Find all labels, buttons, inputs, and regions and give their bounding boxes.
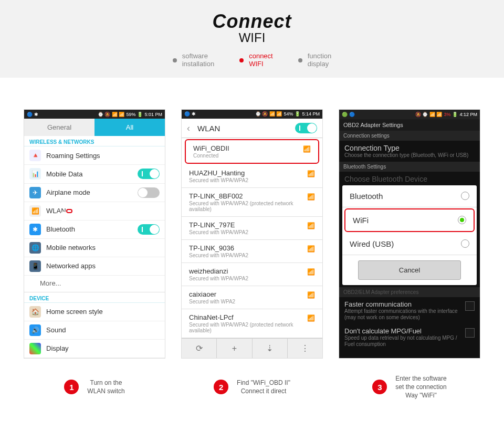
status-bar: 🔵 ✱ ⌚ 🔕 📶 📶 59%🔋 5:01 PM (24, 110, 165, 119)
checkbox-icon[interactable] (465, 328, 475, 338)
mobile-data-toggle[interactable] (138, 169, 160, 179)
section-wireless: WIRELESS & NETWORKS (24, 136, 165, 146)
nav-item-software[interactable]: softwareinstallation (173, 52, 214, 68)
network-sub: Secured with WPA/WPA2 (protected network… (189, 322, 315, 333)
network-sub: Secured with WPA/WPA2 (189, 177, 315, 183)
nav-item-connect[interactable]: connectWIFI (239, 52, 273, 68)
title-sub: WIFI (0, 30, 504, 45)
network-name: TP-LINK_9036 (189, 244, 315, 252)
checkbox-icon[interactable] (465, 301, 475, 311)
row-mobile-networks[interactable]: 🌐Mobile networks (24, 239, 165, 257)
radio-icon (461, 192, 469, 200)
nav-label: connectWIFI (249, 52, 273, 68)
network-name: TP-LINK_797E (189, 221, 315, 229)
bottom-toolbar: ⟳ + ⇣ ⋮ (182, 338, 322, 358)
network-name: TP-LINK_8BF002 (189, 192, 315, 200)
wlan-title: WLAN (197, 124, 220, 133)
row-sound[interactable]: 🔊Sound (24, 321, 165, 340)
row-label: Mobile networks (46, 244, 96, 251)
roaming-icon: 🔺 (29, 150, 41, 161)
connection-type-label[interactable]: Connection Type (339, 141, 480, 152)
phone-wlan: 🔵 ✱ ⌚ 🔕 📶 📶 54%🔋 5:14 PM ‹ WLAN WiFi_OBD… (181, 109, 323, 359)
row-faster-comm[interactable]: Faster communication Attempt faster comm… (339, 297, 480, 324)
caption-3: 3 Enter the software set the connection … (339, 374, 480, 400)
row-label: Mobile Data (46, 170, 82, 178)
back-icon[interactable]: ‹ (187, 123, 190, 134)
choose-bt-device: Choose Bluetooth Device (339, 172, 480, 183)
option-label: Wired (USB) (350, 239, 394, 248)
wifi-icon: 📶 (307, 222, 315, 229)
wlan-highlight (66, 209, 72, 213)
step-number-icon: 1 (64, 380, 79, 394)
airplane-toggle[interactable] (138, 187, 160, 198)
sound-icon: 🔊 (29, 324, 41, 336)
screens-container: 🔵 ✱ ⌚ 🔕 📶 📶 59%🔋 5:01 PM General All WIR… (0, 78, 504, 369)
network-sub: Secured with WPA/WPA2 (189, 229, 315, 235)
network-name: HUAZHU_Hanting (189, 169, 315, 177)
nav-label: functiondisplay (308, 52, 332, 68)
radio-icon (458, 216, 466, 224)
row-more[interactable]: More... (24, 276, 165, 291)
row-label: Airplane mode (46, 188, 90, 196)
section-adapter-pref: OBD2/ELM Adapter preferences (339, 287, 480, 297)
dialog-option-wired[interactable]: Wired (USB) (342, 233, 477, 255)
status-icons-right: ⌚ 🔕 📶 📶 54%🔋 5:14 PM (255, 111, 320, 117)
section-device: DEVICE (24, 292, 165, 303)
nav-dots: softwareinstallation connectWIFI functio… (0, 52, 504, 68)
faster-desc: Attempt faster communications with the i… (344, 308, 461, 321)
phone-settings: 🔵 ✱ ⌚ 🔕 📶 📶 59%🔋 5:01 PM General All WIR… (24, 109, 165, 359)
network-row[interactable]: ChinaNet-LPcfSecured with WPA/WPA2 (prot… (182, 309, 322, 338)
network-row[interactable]: TP-LINK_9036Secured with WPA/WPA2📶 (182, 240, 322, 263)
network-row[interactable]: TP-LINK_797ESecured with WPA/WPA2📶 (182, 217, 322, 240)
row-label: Display (46, 344, 69, 352)
caption-1: 1 Turn on the WLAN switch (24, 374, 165, 400)
row-mobile-data[interactable]: 📊Mobile Data (24, 165, 165, 183)
row-wlan[interactable]: 📶WLAN (24, 202, 165, 220)
network-row-obdii[interactable]: WiFi_OBDIIConnected📶 (185, 139, 319, 164)
tabs-row: General All (24, 119, 165, 136)
refresh-icon[interactable]: ⟳ (182, 339, 217, 358)
wifi-icon: 📶 (307, 314, 315, 322)
option-label: WiFi (353, 216, 369, 225)
section-connection-settings: Connection settings (339, 131, 480, 141)
status-icons-left: 🔵 ✱ (27, 112, 38, 117)
row-bluetooth[interactable]: ✱Bluetooth (24, 220, 165, 239)
bluetooth-toggle[interactable] (138, 224, 160, 235)
network-sub: Connected (193, 153, 311, 159)
network-sub: Secured with WPA/WPA2 (protected network… (189, 201, 315, 212)
network-row[interactable]: caixiaoerSecured with WPA2📶 (182, 286, 322, 309)
network-sub: Secured with WPA/WPA2 (189, 253, 315, 258)
dialog-option-wifi[interactable]: WiFi (344, 208, 475, 232)
row-label: Home screen style (46, 308, 103, 316)
add-icon[interactable]: + (217, 339, 252, 358)
row-networked-apps[interactable]: 📱Networked apps (24, 257, 165, 276)
wifi-icon: 📶 (307, 291, 315, 299)
cancel-button[interactable]: Cancel (358, 260, 461, 280)
dialog-option-bluetooth[interactable]: Bluetooth (342, 185, 477, 207)
wlan-header-toggle[interactable] (295, 123, 317, 133)
step-number-icon: 3 (372, 380, 387, 394)
connection-dialog: Bluetooth WiFi Wired (USB) Cancel (342, 185, 477, 285)
status-icons-right: 🔕 ⌚ 📶 📶 3%🔋 4:12 PM (415, 112, 477, 117)
tab-general[interactable]: General (24, 119, 94, 136)
row-home-screen[interactable]: 🏠Home screen style (24, 303, 165, 321)
screen-title: OBD2 Adapter Settings (339, 119, 480, 131)
network-row[interactable]: weizhedianziSecured with WPA/WPA2📶 (182, 263, 322, 286)
row-airplane[interactable]: ✈Airplane mode (24, 184, 165, 202)
phone-obd-settings: 🟢 🔵 🔕 ⌚ 📶 📶 3%🔋 4:12 PM OBD2 Adapter Set… (339, 109, 480, 359)
network-row[interactable]: HUAZHU_HantingSecured with WPA/WPA2📶 (182, 165, 322, 188)
networked-apps-icon: 📱 (29, 260, 41, 272)
wifi-icon: 📶 (303, 145, 311, 153)
faster-label: Faster communication (344, 300, 461, 308)
row-mpg[interactable]: Don't calculate MPG/Fuel Speed up data r… (339, 324, 480, 351)
home-icon: 🏠 (29, 306, 41, 318)
wps-icon[interactable]: ⇣ (253, 339, 288, 358)
menu-icon[interactable]: ⋮ (288, 339, 322, 358)
row-roaming[interactable]: 🔺Roaming Settings (24, 146, 165, 165)
nav-item-function[interactable]: functiondisplay (298, 52, 332, 68)
status-icons-left: 🔵 ✱ (184, 111, 196, 117)
network-name: caixiaoer (189, 290, 315, 298)
row-display[interactable]: Display (24, 340, 165, 358)
tab-all[interactable]: All (94, 119, 165, 136)
network-row[interactable]: TP-LINK_8BF002Secured with WPA/WPA2 (pro… (182, 188, 322, 217)
